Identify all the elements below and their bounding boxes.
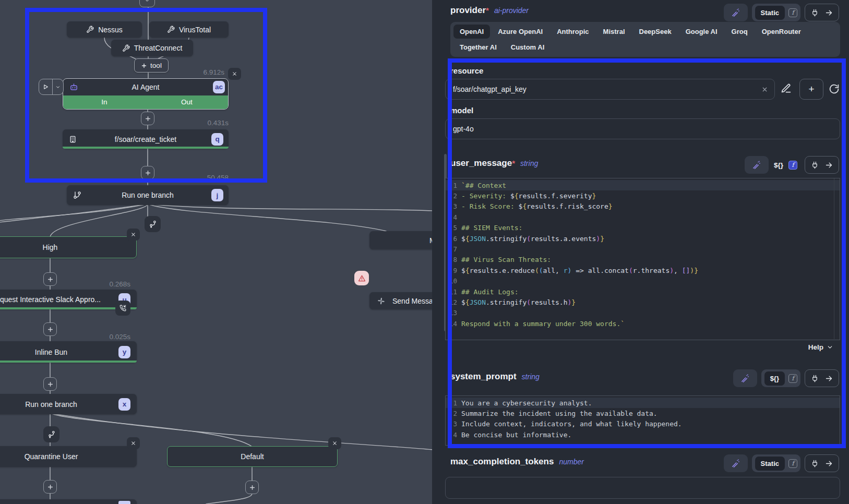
- add-branch-button[interactable]: [145, 216, 161, 232]
- close-icon[interactable]: [328, 437, 341, 449]
- add-node-button[interactable]: [141, 112, 154, 125]
- tab-deepseek[interactable]: DeepSeek: [633, 25, 678, 39]
- tab-mistral[interactable]: Mistral: [597, 25, 631, 39]
- expression-fx-icon[interactable]: f: [788, 459, 797, 468]
- field-type: string: [522, 373, 540, 381]
- refresh-icon: [829, 83, 840, 94]
- node-nessus[interactable]: Nessus: [67, 21, 142, 38]
- node-run-one-branch-bottom[interactable]: Run one branch x: [0, 394, 137, 414]
- ai-autofill-button[interactable]: [745, 156, 769, 174]
- clear-icon[interactable]: [761, 86, 768, 93]
- add-node-button[interactable]: [43, 480, 57, 494]
- node-send-message[interactable]: Send Message: [369, 292, 432, 309]
- edit-resource-button[interactable]: [781, 83, 792, 94]
- tab-openai[interactable]: OpenAI: [453, 25, 490, 39]
- tab-google-ai[interactable]: Google AI: [679, 25, 724, 39]
- plug-icon: [811, 375, 819, 382]
- code-line: 8## Virus Scan Threats:: [446, 255, 840, 265]
- pencil-icon: [781, 83, 792, 94]
- node-badge: j: [211, 189, 223, 201]
- chevron-down-icon[interactable]: [53, 79, 63, 94]
- success-bar: [63, 147, 229, 149]
- user-message-field-controls: ${} f: [745, 156, 839, 174]
- expression-fx-icon[interactable]: f: [788, 161, 797, 170]
- wand-icon: [752, 161, 761, 170]
- arrow-right-icon: [825, 9, 833, 17]
- system-prompt-code-editor[interactable]: 1You are a cybersecurity analyst.2Summar…: [445, 395, 840, 446]
- node-ai-agent[interactable]: AI Agent ac In Out: [63, 78, 229, 110]
- connect-button-group[interactable]: [805, 369, 839, 387]
- ai-autofill-button[interactable]: [733, 369, 757, 387]
- add-resource-button[interactable]: +: [799, 79, 823, 100]
- refresh-resources-button[interactable]: [829, 83, 840, 94]
- code-line: 4: [446, 212, 840, 222]
- top-connector-stub[interactable]: [139, 0, 155, 7]
- user-message-code-editor[interactable]: 1`## Context2- Severity: ${results.f.sev…: [445, 178, 840, 340]
- play-icon[interactable]: [39, 79, 53, 94]
- add-node-button[interactable]: [245, 481, 259, 494]
- static-mode-pill[interactable]: Static: [755, 6, 785, 20]
- connect-button-group[interactable]: [805, 4, 839, 21]
- tab-custom-ai[interactable]: Custom AI: [505, 40, 551, 54]
- connect-button-group[interactable]: [805, 454, 839, 472]
- expression-fx-icon[interactable]: f: [788, 374, 797, 383]
- tool-pill[interactable]: tool: [134, 58, 169, 73]
- add-node-button[interactable]: [43, 272, 57, 286]
- node-create-ticket[interactable]: f/soar/create_ticket q: [63, 129, 229, 149]
- code-line: 13: [446, 308, 840, 318]
- in-handle[interactable]: In: [63, 95, 146, 109]
- wand-icon: [731, 8, 740, 17]
- mode-toggle[interactable]: Static f: [752, 454, 800, 472]
- add-node-button[interactable]: [43, 322, 57, 336]
- connect-button-group[interactable]: [805, 156, 839, 174]
- branch-label-medium[interactable]: Medium: [369, 231, 432, 249]
- node-label: Send Message: [392, 297, 432, 305]
- template-expression-label[interactable]: ${}: [773, 161, 784, 169]
- tab-together-ai[interactable]: Together AI: [453, 40, 503, 54]
- tab-openrouter[interactable]: OpenRouter: [756, 25, 807, 39]
- add-node-button[interactable]: [141, 166, 154, 179]
- node-virustotal[interactable]: VirusTotal: [149, 21, 229, 38]
- branch-label-high[interactable]: High: [0, 236, 137, 258]
- close-icon[interactable]: [127, 437, 140, 449]
- model-input[interactable]: [452, 124, 833, 134]
- node-run-one-branch-top[interactable]: Run one branch j: [67, 185, 229, 205]
- code-line: 11## Audit Logs:: [446, 286, 840, 297]
- add-node-button[interactable]: [43, 377, 57, 391]
- tab-azure-openai[interactable]: Azure OpenAI: [492, 25, 549, 39]
- static-mode-pill[interactable]: Static: [755, 457, 785, 471]
- resource-input[interactable]: [452, 85, 757, 94]
- warning-icon[interactable]: [354, 271, 369, 285]
- node-partial-bottom[interactable]: [0, 499, 137, 504]
- node-threatconnect[interactable]: ThreatConnect: [111, 40, 193, 56]
- model-input-wrap: [445, 118, 840, 139]
- robot-icon: [69, 82, 78, 91]
- workflow-canvas[interactable]: Nessus VirusTotal ThreatConnect tool 6.9…: [0, 0, 432, 504]
- node-inline-bun[interactable]: Inline Bun y: [0, 341, 137, 363]
- max-tokens-input[interactable]: [452, 483, 833, 493]
- out-handle[interactable]: Out: [146, 95, 228, 109]
- mode-toggle[interactable]: Static f: [752, 4, 800, 21]
- help-dropdown[interactable]: Help: [808, 343, 833, 351]
- tab-anthropic[interactable]: Anthropic: [551, 25, 595, 39]
- branch-label-default[interactable]: Default: [167, 446, 338, 467]
- code-line: 10: [446, 276, 840, 286]
- resource-input-wrap: [445, 79, 775, 100]
- max-tokens-input-wrap: [445, 477, 840, 499]
- close-icon[interactable]: [127, 229, 140, 241]
- template-expression-pill[interactable]: ${}: [764, 371, 785, 386]
- phone-incoming-icon[interactable]: [115, 301, 130, 316]
- expression-fx-icon[interactable]: f: [788, 8, 797, 17]
- run-node-button-group[interactable]: [39, 79, 64, 95]
- node-label: quest Interactive Slack Appro...: [0, 295, 101, 304]
- branch-label-quarantine-user[interactable]: Quarantine User: [0, 446, 137, 467]
- ai-autofill-button[interactable]: [724, 4, 748, 21]
- code-line: 9${results.e.reduce((all, r) => all.conc…: [446, 265, 840, 275]
- mode-toggle[interactable]: ${} f: [761, 369, 800, 387]
- ai-autofill-button[interactable]: [724, 454, 748, 472]
- node-badge: x: [118, 398, 130, 411]
- close-icon[interactable]: [228, 68, 241, 80]
- tab-groq[interactable]: Groq: [725, 25, 754, 39]
- plus-icon: [141, 63, 147, 69]
- add-branch-button[interactable]: [43, 426, 59, 442]
